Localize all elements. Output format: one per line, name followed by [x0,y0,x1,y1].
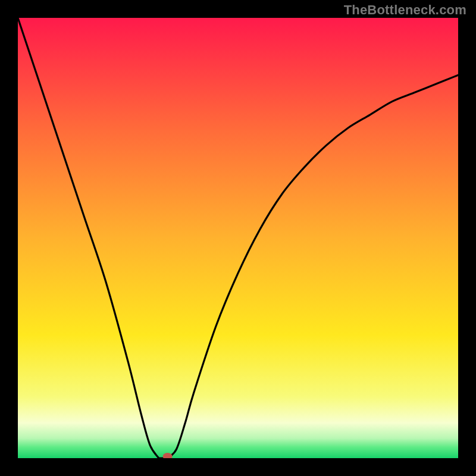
watermark-text: TheBottleneck.com [344,2,466,18]
bottleneck-chart [18,18,458,458]
plot-area [18,18,458,458]
gradient-background [18,18,458,458]
chart-frame: TheBottleneck.com [0,0,476,476]
